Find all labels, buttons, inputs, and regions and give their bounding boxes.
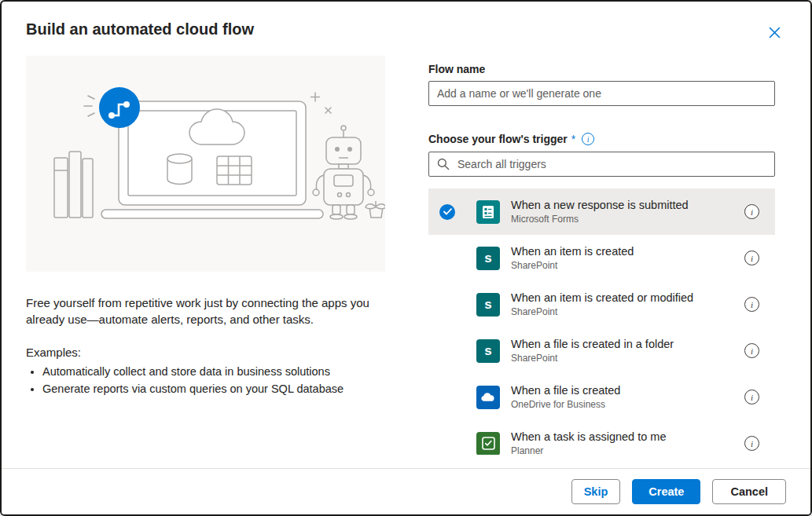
example-item: Automatically collect and store data in …	[42, 363, 388, 380]
cancel-button[interactable]: Cancel	[712, 479, 786, 504]
dialog-footer: Skip Create Cancel	[2, 468, 810, 514]
right-panel: Flow name Choose your flow's trigger * i	[428, 63, 775, 455]
onedrive-icon	[476, 386, 500, 409]
trigger-search	[428, 152, 775, 177]
trigger-row-sharepoint-item-created[interactable]: s When an item is created SharePoint i	[428, 235, 775, 281]
trigger-info-icon[interactable]: i	[744, 436, 759, 451]
trigger-service: SharePoint	[511, 353, 744, 364]
check-slot	[439, 436, 455, 452]
trigger-info-icon[interactable]: i	[744, 297, 759, 312]
check-slot	[439, 251, 455, 266]
microsoft-forms-icon	[476, 200, 500, 224]
sharepoint-icon: s	[476, 339, 500, 363]
trigger-title: When a task is assigned to me	[511, 430, 744, 443]
trigger-title: When an item is created or modified	[511, 291, 744, 304]
required-marker: *	[571, 133, 575, 145]
flow-illustration	[26, 56, 385, 272]
build-automated-cloud-flow-dialog: Build an automated cloud flow	[0, 0, 812, 516]
trigger-row-sharepoint-file-in-folder[interactable]: s When a file is created in a folder Sha…	[428, 328, 775, 374]
trigger-label: Choose your flow's trigger	[428, 133, 568, 145]
skip-button[interactable]: Skip	[571, 479, 621, 504]
close-button[interactable]	[766, 24, 784, 42]
trigger-row-planner-task-assigned[interactable]: When a task is assigned to me Planner i	[428, 420, 775, 455]
examples-list: Automatically collect and store data in …	[26, 363, 388, 397]
trigger-row-sharepoint-item-modified[interactable]: s When an item is created or modified Sh…	[428, 281, 775, 328]
flow-name-label: Flow name	[428, 63, 775, 75]
trigger-service: OneDrive for Business	[511, 399, 744, 410]
trigger-row-onedrive-file-created[interactable]: When a file is created OneDrive for Busi…	[428, 374, 775, 420]
selected-check-icon	[439, 204, 455, 220]
create-button[interactable]: Create	[632, 479, 700, 504]
sharepoint-icon: s	[476, 293, 500, 317]
left-panel: Free yourself from repetitive work just …	[26, 56, 388, 397]
check-slot	[439, 390, 455, 405]
example-item: Generate reports via custom queries on y…	[42, 380, 388, 397]
trigger-info-icon[interactable]: i	[744, 390, 759, 404]
trigger-title: When an item is created	[511, 245, 744, 258]
search-triggers-input[interactable]	[428, 152, 775, 177]
dialog-title: Build an automated cloud flow	[26, 20, 254, 38]
trigger-info-icon[interactable]: i	[744, 343, 759, 358]
illustration-art	[26, 56, 385, 272]
trigger-info-icon[interactable]: i	[744, 204, 759, 219]
trigger-title: When a file is created	[511, 384, 744, 397]
trigger-service: SharePoint	[511, 260, 744, 271]
planner-icon	[476, 432, 500, 456]
trigger-service: Microsoft Forms	[511, 214, 744, 225]
search-icon	[437, 158, 450, 170]
intro-text: Free yourself from repetitive work just …	[26, 295, 388, 328]
close-icon	[769, 29, 781, 41]
check-slot	[439, 343, 455, 359]
trigger-row-microsoft-forms[interactable]: When a new response is submitted Microso…	[428, 188, 775, 235]
examples-heading: Examples:	[26, 346, 388, 359]
trigger-service: SharePoint	[511, 306, 744, 317]
trigger-service: Planner	[511, 445, 744, 455]
trigger-title: When a file is created in a folder	[511, 338, 744, 350]
trigger-title: When a new response is submitted	[511, 199, 744, 211]
flow-name-input[interactable]	[428, 81, 775, 106]
trigger-info-icon[interactable]: i	[744, 251, 759, 265]
check-slot	[439, 297, 455, 313]
selected-check-slot	[439, 204, 455, 220]
trigger-list[interactable]: When a new response is submitted Microso…	[428, 188, 775, 455]
sharepoint-icon: s	[476, 247, 500, 270]
trigger-help-info-icon[interactable]: i	[582, 133, 594, 145]
